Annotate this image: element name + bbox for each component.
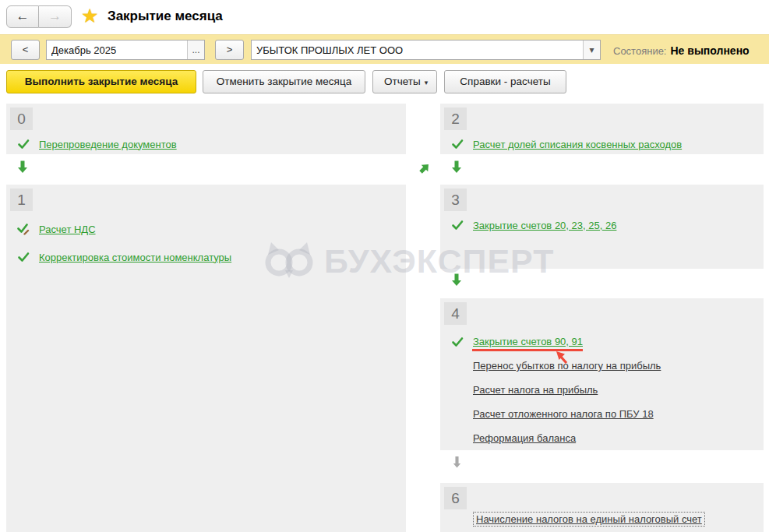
period-input[interactable] (47, 41, 187, 59)
empty-status-cell (451, 384, 464, 396)
stage-3-number: 3 (444, 188, 467, 211)
flow-down-arrow (451, 273, 462, 289)
list-item: Перенос убытков по налогу на прибыль (440, 354, 764, 378)
step-link-vat-calculation[interactable]: Расчет НДС (39, 224, 96, 235)
stage-0-number: 0 (10, 107, 33, 130)
window-header: ← → ★ Закрытие месяца (0, 0, 769, 34)
stage-0-panel: 0 Перепроведение документов (6, 104, 406, 154)
back-button[interactable]: ← (6, 5, 39, 28)
favorite-star-icon[interactable]: ★ (81, 5, 98, 27)
flow-down-arrow-inactive (452, 456, 462, 471)
organization-dropdown-button[interactable]: ▾ (583, 41, 600, 59)
list-item: Расчет НДС (6, 215, 406, 243)
done-check-icon (17, 251, 30, 263)
flow-down-arrow (17, 160, 28, 176)
organization-field: ▾ (251, 40, 601, 60)
list-item: Перепроведение документов (6, 134, 406, 154)
status-area: Состояние:Не выполнено (613, 44, 750, 57)
previous-period-button[interactable]: < (11, 40, 40, 60)
status-label: Состояние: (613, 45, 666, 57)
next-period-button[interactable]: > (215, 40, 244, 60)
period-toolbar: < ... > ▾ Состояние:Не выполнено (0, 34, 769, 64)
done-manual-check-icon (17, 223, 30, 235)
forward-button[interactable]: → (39, 5, 72, 28)
stage-1-number: 1 (10, 188, 33, 211)
empty-status-cell (451, 513, 464, 525)
chevron-down-icon: ▾ (425, 79, 429, 86)
step-link-income-tax-calculation[interactable]: Расчет налога на прибыль (473, 384, 598, 396)
empty-status-cell (451, 408, 464, 421)
done-check-icon (451, 138, 464, 150)
step-link-close-accounts-90-91[interactable]: Закрытие счетов 90, 91 (473, 336, 583, 347)
done-check-icon (451, 336, 464, 348)
cancel-closing-button[interactable]: Отменить закрытие месяца (203, 70, 365, 93)
list-item: Реформация баланса (440, 426, 764, 450)
list-item: Расчет налога на прибыль (440, 378, 764, 402)
perform-closing-button[interactable]: Выполнить закрытие месяца (6, 70, 196, 93)
stage-2-panel: 2 Расчет долей списания косвенных расход… (440, 104, 764, 154)
list-item: Корректировка стоимости номенклатуры (6, 243, 406, 271)
stage-1-panel: 1 Расчет НДС Корректировка стоимости ном… (6, 185, 406, 532)
actions-bar: Выполнить закрытие месяца Отменить закры… (0, 64, 769, 97)
flow-down-arrow (451, 160, 462, 176)
done-check-icon (17, 138, 30, 150)
step-link-item-cost-adjustment[interactable]: Корректировка стоимости номенклатуры (39, 252, 231, 263)
list-item: Закрытие счетов 20, 23, 25, 26 (440, 215, 764, 235)
history-nav: ← → (6, 5, 72, 28)
flow-diagonal-arrow (418, 162, 431, 177)
step-link-close-accounts-20-23-25-26[interactable]: Закрытие счетов 20, 23, 25, 26 (473, 220, 616, 231)
period-field: ... (46, 40, 205, 60)
organization-input[interactable] (252, 41, 583, 59)
step-link-deferred-tax-pbu18[interactable]: Расчет отложенного налога по ПБУ 18 (473, 408, 654, 420)
reports-menu-button[interactable]: Отчеты▾ (372, 70, 437, 93)
list-item: Расчет отложенного налога по ПБУ 18 (440, 402, 764, 426)
stage-6-number: 6 (444, 487, 467, 509)
step-link-balance-reformation[interactable]: Реформация баланса (473, 432, 576, 444)
references-calculations-button[interactable]: Справки - расчеты (444, 70, 566, 93)
status-value: Не выполнено (670, 44, 749, 57)
page-title: Закрытие месяца (108, 9, 223, 24)
stage-4-panel: 4 Закрытие счетов 90, 91 Перенос убытков… (440, 298, 764, 450)
reports-menu-label: Отчеты (384, 76, 421, 87)
annotated-step: Закрытие счетов 90, 91 (473, 336, 583, 347)
stage-4-number: 4 (444, 302, 467, 325)
period-picker-button[interactable]: ... (187, 41, 204, 59)
annotation-red-arrow-icon (556, 351, 569, 367)
step-link-reposting-documents[interactable]: Перепроведение документов (39, 139, 177, 150)
step-link-indirect-costs-share[interactable]: Расчет долей списания косвенных расходов (473, 139, 682, 150)
stage-2-number: 2 (444, 107, 467, 130)
done-check-icon (451, 219, 464, 231)
empty-status-cell (451, 432, 464, 445)
stage-6-panel: 6 Начисление налогов на единый налоговый… (440, 483, 764, 532)
list-item: Закрытие счетов 90, 91 (440, 329, 764, 354)
list-item: Начисление налогов на единый налоговый с… (440, 509, 764, 529)
empty-status-cell (451, 360, 464, 372)
step-link-unified-tax-account[interactable]: Начисление налогов на единый налоговый с… (473, 512, 705, 527)
stage-3-panel: 3 Закрытие счетов 20, 23, 25, 26 (440, 185, 764, 269)
list-item: Расчет долей списания косвенных расходов (440, 134, 764, 154)
